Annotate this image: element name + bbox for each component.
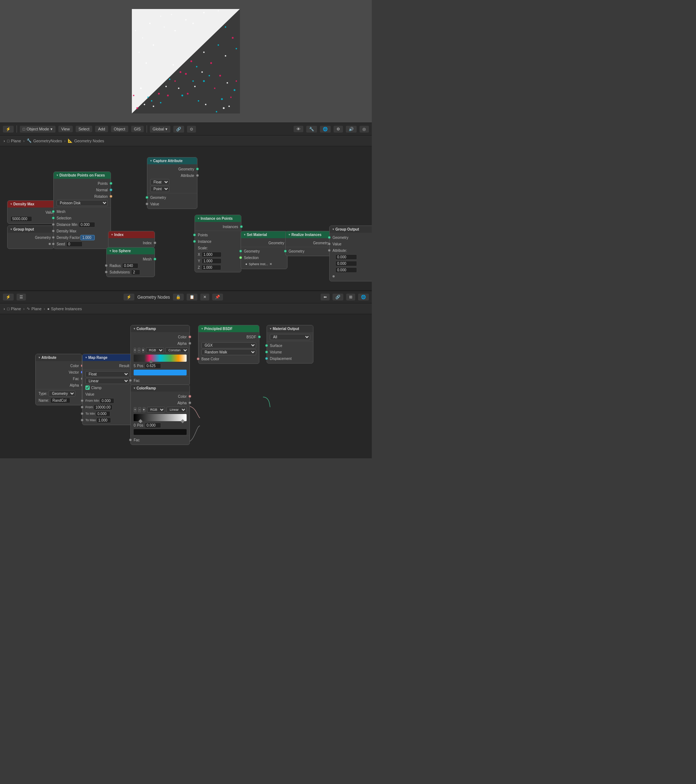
iop-y-row[interactable]: Y: [195, 258, 241, 264]
iop-z-row[interactable]: Z: [195, 264, 241, 270]
dist-dropdown[interactable]: Poisson Disk: [56, 200, 108, 206]
add-btn[interactable]: Add: [95, 126, 108, 132]
object-btn[interactable]: Object: [111, 126, 128, 132]
ca-dropdown2[interactable]: Point: [150, 186, 169, 192]
bc2-item-2[interactable]: ∿ Plane: [27, 306, 41, 311]
ca-dropdown1[interactable]: Float: [150, 179, 169, 185]
attr-name-row[interactable]: Name:: [36, 397, 82, 404]
dist-distmin-input[interactable]: [79, 222, 95, 227]
matout-all-select[interactable]: All: [270, 334, 310, 340]
cr2-mode-select[interactable]: RGB: [147, 407, 165, 413]
mr-frommin[interactable]: From Min: [82, 397, 132, 404]
mr-frommin-input[interactable]: [100, 398, 114, 404]
bc-item-1[interactable]: □ Plane: [7, 139, 21, 143]
bc2-item-1[interactable]: □ Plane: [7, 306, 21, 311]
view-icon-4[interactable]: ⚙: [334, 126, 343, 133]
setmat-mat-row[interactable]: ● Sphere Inst... ✕: [241, 261, 287, 267]
go-attr-3-input[interactable]: [336, 267, 357, 273]
bc-item-2[interactable]: 🔧 GeometryNodes: [27, 138, 62, 143]
mr-clamp-checkbox[interactable]: [86, 385, 90, 390]
bsdf-dist2-select[interactable]: Random Walk: [201, 349, 256, 355]
mr-interp-select[interactable]: Linear: [86, 378, 129, 384]
mr-dd2[interactable]: Linear: [82, 377, 132, 384]
ico-subdiv-input[interactable]: [131, 270, 140, 275]
view-icon-5[interactable]: 🔊: [346, 126, 357, 133]
cr1-pos-input[interactable]: [145, 363, 161, 369]
node-index[interactable]: ▾ Index Index: [108, 231, 155, 248]
cr2-interp-select[interactable]: Linear: [166, 407, 187, 413]
tb2-scene-btn[interactable]: ⚡: [3, 294, 14, 300]
node-material-output[interactable]: ▾ Material Output All Surface Volume Dis…: [267, 325, 313, 364]
node-density-max[interactable]: ▾ Density Max Value 5000.000: [7, 200, 58, 224]
ico-radius-input[interactable]: [122, 263, 138, 268]
ca-dd1[interactable]: Float: [147, 179, 197, 186]
dist-seed-row[interactable]: Seed: [54, 240, 110, 247]
view-icon-1[interactable]: 👁: [294, 126, 303, 132]
view-icon-2[interactable]: 🔧: [306, 126, 317, 133]
node-group-input[interactable]: ▾ Group Input Geometry: [7, 226, 54, 249]
mr-tomin[interactable]: To Min: [82, 410, 132, 417]
view-icon-6[interactable]: ◎: [360, 126, 369, 133]
tb2-copy-btn[interactable]: 📋: [187, 294, 197, 300]
mr-tomin-input[interactable]: [96, 411, 110, 417]
dist-densityfactor-row[interactable]: Density Factor: [54, 234, 110, 240]
cr2-pos-input[interactable]: [145, 423, 161, 428]
cr1-add-btn[interactable]: +: [134, 348, 136, 353]
attr-type-row[interactable]: Type: Geometry: [36, 390, 82, 397]
node-principled-bsdf[interactable]: ▾ Principled BSDF BSDF GGX Random Walk: [198, 325, 259, 364]
mr-tomax-input[interactable]: [97, 418, 111, 423]
go-attr-2[interactable]: [330, 260, 372, 267]
node-color-ramp-2[interactable]: ▾ ColorRamp Color Alpha + − ▾ RGB Linear: [130, 384, 190, 445]
bsdf-dist1-select[interactable]: GGX: [201, 342, 256, 348]
go-attr-1-input[interactable]: [336, 254, 357, 260]
bsdf-dist2[interactable]: Random Walk: [199, 349, 259, 356]
dist-distmin-row[interactable]: Distance Min: [54, 221, 110, 228]
view-icon-3[interactable]: 🌐: [320, 126, 331, 133]
cr1-pos-row[interactable]: 5 Pos: [131, 362, 189, 369]
mode-btn[interactable]: □ Object Mode ▾: [20, 126, 56, 133]
bsdf-dist1[interactable]: GGX: [199, 342, 259, 349]
snap-btn[interactable]: 🔗: [173, 126, 184, 133]
go-attr-1[interactable]: [330, 254, 372, 260]
mr-frommax[interactable]: From: [82, 404, 132, 410]
cr2-pos-row[interactable]: 0 Pos: [131, 422, 189, 428]
node-attribute[interactable]: ▾ Attribute Color Vector Fac Alpha Typ: [35, 354, 82, 405]
tb2-pin2-btn[interactable]: 📌: [212, 294, 223, 300]
bc-item-3[interactable]: 📐 Geometry Nodes: [68, 138, 104, 143]
cr2-remove-btn[interactable]: −: [138, 407, 141, 412]
attr-name-input[interactable]: [51, 398, 70, 403]
transform-btn[interactable]: Global ▾: [150, 126, 171, 133]
node-group-output[interactable]: ▾ Group Output Geometry Value Attribute:: [329, 226, 372, 282]
tb2-close-btn[interactable]: ✕: [200, 294, 209, 300]
ico-subdiv-row[interactable]: Subdivisions: [107, 269, 155, 275]
cr2-add-btn[interactable]: +: [134, 407, 137, 412]
node-instance-on-points[interactable]: ▾ Instance on Points Instances Points In…: [194, 215, 241, 272]
node-set-material[interactable]: ▾ Set Material Geometry Geometry Selecti…: [241, 231, 288, 269]
tb2-back-btn[interactable]: ⬅: [321, 294, 330, 300]
iop-z-input[interactable]: [201, 265, 221, 270]
gis-btn[interactable]: GIS: [131, 126, 144, 132]
go-attr-3[interactable]: [330, 267, 372, 273]
tb2-menu-btn[interactable]: ☰: [16, 294, 26, 300]
dist-seed-input[interactable]: [66, 241, 82, 247]
tb2-snap-btn[interactable]: 🔗: [332, 294, 343, 300]
density-max-input[interactable]: 5000.000: [10, 216, 32, 222]
node-color-ramp-1[interactable]: ▾ ColorRamp Color Alpha + − ▾ RGB Consta…: [130, 325, 190, 385]
go-attr-2-input[interactable]: [336, 261, 357, 266]
view-btn[interactable]: View: [58, 126, 73, 132]
node-ico-sphere[interactable]: ▾ Ico Sphere Mesh Radius Subdivisions: [106, 247, 155, 277]
iop-y-input[interactable]: [202, 259, 222, 264]
matout-dropdown[interactable]: All: [267, 334, 313, 341]
ca-dd2[interactable]: Point: [147, 186, 197, 193]
mr-clamp-row[interactable]: Clamp: [82, 384, 132, 391]
cr1-arrow-btn[interactable]: ▾: [142, 348, 145, 353]
select-btn[interactable]: Select: [76, 126, 92, 132]
cr2-arrow-btn[interactable]: ▾: [143, 407, 146, 412]
setmat-mat-btn[interactable]: ● Sphere Inst... ✕: [244, 262, 274, 266]
node-map-range[interactable]: ▾ Map Range Result Float Linear Clamp: [82, 354, 133, 425]
ico-radius-row[interactable]: Radius: [107, 262, 155, 269]
density-max-input-row[interactable]: 5000.000: [8, 216, 57, 222]
cr1-mode-select[interactable]: RGB: [146, 348, 164, 353]
iop-x-input[interactable]: [202, 252, 222, 257]
iop-x-row[interactable]: X: [195, 251, 241, 258]
